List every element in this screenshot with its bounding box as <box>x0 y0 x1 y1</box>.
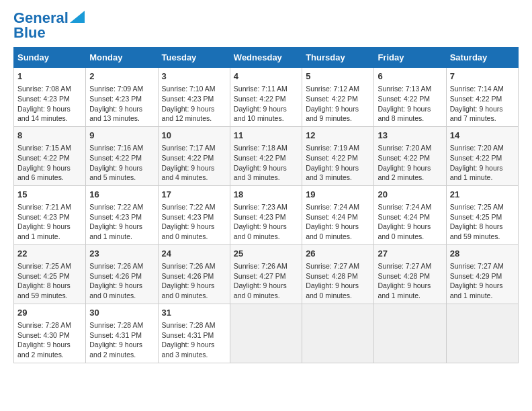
day-number: 31 <box>162 307 226 319</box>
day-info: Sunrise: 7:26 AM Sunset: 4:26 PM Dayligh… <box>162 261 226 301</box>
calendar-table: SundayMondayTuesdayWednesdayThursdayFrid… <box>13 47 519 363</box>
day-number: 10 <box>162 130 226 142</box>
day-info: Sunrise: 7:28 AM Sunset: 4:30 PM Dayligh… <box>17 320 82 360</box>
day-info: Sunrise: 7:19 AM Sunset: 4:22 PM Dayligh… <box>306 143 370 183</box>
day-info: Sunrise: 7:11 AM Sunset: 4:22 PM Dayligh… <box>234 84 298 124</box>
day-info: Sunrise: 7:22 AM Sunset: 4:23 PM Dayligh… <box>162 202 226 242</box>
calendar-cell: 10Sunrise: 7:17 AM Sunset: 4:22 PM Dayli… <box>158 126 230 185</box>
calendar-week-row: 29Sunrise: 7:28 AM Sunset: 4:30 PM Dayli… <box>14 304 519 363</box>
day-info: Sunrise: 7:24 AM Sunset: 4:24 PM Dayligh… <box>378 202 442 242</box>
day-info: Sunrise: 7:28 AM Sunset: 4:31 PM Dayligh… <box>89 320 154 360</box>
calendar-cell <box>230 304 302 363</box>
day-info: Sunrise: 7:20 AM Sunset: 4:22 PM Dayligh… <box>450 143 515 183</box>
day-info: Sunrise: 7:26 AM Sunset: 4:26 PM Dayligh… <box>89 261 154 301</box>
day-number: 11 <box>234 130 298 142</box>
day-info: Sunrise: 7:28 AM Sunset: 4:31 PM Dayligh… <box>162 320 226 360</box>
day-number: 15 <box>17 189 82 201</box>
day-info: Sunrise: 7:27 AM Sunset: 4:28 PM Dayligh… <box>306 261 370 301</box>
calendar-cell: 17Sunrise: 7:22 AM Sunset: 4:23 PM Dayli… <box>158 185 230 244</box>
calendar-cell <box>446 304 518 363</box>
calendar-header-row: SundayMondayTuesdayWednesdayThursdayFrid… <box>14 48 519 68</box>
day-info: Sunrise: 7:27 AM Sunset: 4:29 PM Dayligh… <box>450 261 515 301</box>
day-number: 17 <box>162 189 226 201</box>
day-number: 1 <box>17 71 82 83</box>
day-number: 26 <box>306 248 370 260</box>
day-info: Sunrise: 7:08 AM Sunset: 4:23 PM Dayligh… <box>17 84 82 124</box>
day-info: Sunrise: 7:27 AM Sunset: 4:28 PM Dayligh… <box>378 261 442 301</box>
calendar-cell: 21Sunrise: 7:25 AM Sunset: 4:25 PM Dayli… <box>446 185 518 244</box>
calendar-header-sunday: Sunday <box>14 48 86 68</box>
day-number: 18 <box>234 189 298 201</box>
calendar-cell: 7Sunrise: 7:14 AM Sunset: 4:22 PM Daylig… <box>446 68 518 127</box>
calendar-cell: 20Sunrise: 7:24 AM Sunset: 4:24 PM Dayli… <box>374 185 446 244</box>
logo-blue-text: Blue <box>13 26 46 40</box>
calendar-cell: 16Sunrise: 7:22 AM Sunset: 4:23 PM Dayli… <box>86 185 158 244</box>
calendar-header-monday: Monday <box>86 48 158 68</box>
logo-text: General <box>13 11 69 26</box>
calendar-cell: 29Sunrise: 7:28 AM Sunset: 4:30 PM Dayli… <box>14 304 86 363</box>
day-info: Sunrise: 7:24 AM Sunset: 4:24 PM Dayligh… <box>306 202 370 242</box>
svg-marker-0 <box>70 11 85 23</box>
calendar-cell: 25Sunrise: 7:26 AM Sunset: 4:27 PM Dayli… <box>230 244 302 304</box>
page-header: General Blue <box>13 11 519 40</box>
day-number: 14 <box>450 130 515 142</box>
day-number: 13 <box>378 130 442 142</box>
day-info: Sunrise: 7:13 AM Sunset: 4:22 PM Dayligh… <box>378 84 442 124</box>
calendar-cell: 9Sunrise: 7:16 AM Sunset: 4:22 PM Daylig… <box>86 126 158 185</box>
calendar-cell: 31Sunrise: 7:28 AM Sunset: 4:31 PM Dayli… <box>158 304 230 363</box>
calendar-week-row: 1Sunrise: 7:08 AM Sunset: 4:23 PM Daylig… <box>14 68 519 127</box>
calendar-cell: 2Sunrise: 7:09 AM Sunset: 4:23 PM Daylig… <box>86 68 158 127</box>
day-number: 20 <box>378 189 442 201</box>
calendar-cell: 12Sunrise: 7:19 AM Sunset: 4:22 PM Dayli… <box>302 126 374 185</box>
calendar-cell: 15Sunrise: 7:21 AM Sunset: 4:23 PM Dayli… <box>14 185 86 244</box>
day-info: Sunrise: 7:21 AM Sunset: 4:23 PM Dayligh… <box>17 202 82 242</box>
logo: General Blue <box>13 11 85 40</box>
calendar-cell: 1Sunrise: 7:08 AM Sunset: 4:23 PM Daylig… <box>14 68 86 127</box>
calendar-cell: 6Sunrise: 7:13 AM Sunset: 4:22 PM Daylig… <box>374 68 446 127</box>
day-number: 2 <box>89 71 154 83</box>
day-number: 19 <box>306 189 370 201</box>
day-info: Sunrise: 7:12 AM Sunset: 4:22 PM Dayligh… <box>306 84 370 124</box>
calendar-cell: 4Sunrise: 7:11 AM Sunset: 4:22 PM Daylig… <box>230 68 302 127</box>
calendar-cell: 28Sunrise: 7:27 AM Sunset: 4:29 PM Dayli… <box>446 244 518 304</box>
calendar-week-row: 8Sunrise: 7:15 AM Sunset: 4:22 PM Daylig… <box>14 126 519 185</box>
calendar-cell: 3Sunrise: 7:10 AM Sunset: 4:23 PM Daylig… <box>158 68 230 127</box>
day-info: Sunrise: 7:15 AM Sunset: 4:22 PM Dayligh… <box>17 143 82 183</box>
calendar-cell: 24Sunrise: 7:26 AM Sunset: 4:26 PM Dayli… <box>158 244 230 304</box>
day-number: 6 <box>378 71 442 83</box>
calendar-cell: 5Sunrise: 7:12 AM Sunset: 4:22 PM Daylig… <box>302 68 374 127</box>
day-number: 29 <box>17 307 82 319</box>
calendar-cell: 13Sunrise: 7:20 AM Sunset: 4:22 PM Dayli… <box>374 126 446 185</box>
day-info: Sunrise: 7:26 AM Sunset: 4:27 PM Dayligh… <box>234 261 298 301</box>
day-info: Sunrise: 7:23 AM Sunset: 4:23 PM Dayligh… <box>234 202 298 242</box>
calendar-week-row: 15Sunrise: 7:21 AM Sunset: 4:23 PM Dayli… <box>14 185 519 244</box>
day-info: Sunrise: 7:20 AM Sunset: 4:22 PM Dayligh… <box>378 143 442 183</box>
calendar-header-wednesday: Wednesday <box>230 48 302 68</box>
calendar-header-thursday: Thursday <box>302 48 374 68</box>
calendar-cell: 18Sunrise: 7:23 AM Sunset: 4:23 PM Dayli… <box>230 185 302 244</box>
day-number: 21 <box>450 189 515 201</box>
calendar-cell: 23Sunrise: 7:26 AM Sunset: 4:26 PM Dayli… <box>86 244 158 304</box>
day-number: 16 <box>89 189 154 201</box>
day-number: 24 <box>162 248 226 260</box>
day-info: Sunrise: 7:25 AM Sunset: 4:25 PM Dayligh… <box>17 261 82 301</box>
calendar-header-tuesday: Tuesday <box>158 48 230 68</box>
day-info: Sunrise: 7:22 AM Sunset: 4:23 PM Dayligh… <box>89 202 154 242</box>
day-info: Sunrise: 7:10 AM Sunset: 4:23 PM Dayligh… <box>162 84 226 124</box>
day-info: Sunrise: 7:25 AM Sunset: 4:25 PM Dayligh… <box>450 202 515 242</box>
calendar-cell: 8Sunrise: 7:15 AM Sunset: 4:22 PM Daylig… <box>14 126 86 185</box>
day-number: 4 <box>234 71 298 83</box>
calendar-cell <box>374 304 446 363</box>
day-number: 25 <box>234 248 298 260</box>
day-number: 9 <box>89 130 154 142</box>
day-info: Sunrise: 7:09 AM Sunset: 4:23 PM Dayligh… <box>89 84 154 124</box>
day-number: 23 <box>89 248 154 260</box>
calendar-week-row: 22Sunrise: 7:25 AM Sunset: 4:25 PM Dayli… <box>14 244 519 304</box>
day-number: 3 <box>162 71 226 83</box>
day-info: Sunrise: 7:16 AM Sunset: 4:22 PM Dayligh… <box>89 143 154 183</box>
day-number: 12 <box>306 130 370 142</box>
day-info: Sunrise: 7:17 AM Sunset: 4:22 PM Dayligh… <box>162 143 226 183</box>
calendar-cell: 30Sunrise: 7:28 AM Sunset: 4:31 PM Dayli… <box>86 304 158 363</box>
day-number: 7 <box>450 71 515 83</box>
day-number: 30 <box>89 307 154 319</box>
